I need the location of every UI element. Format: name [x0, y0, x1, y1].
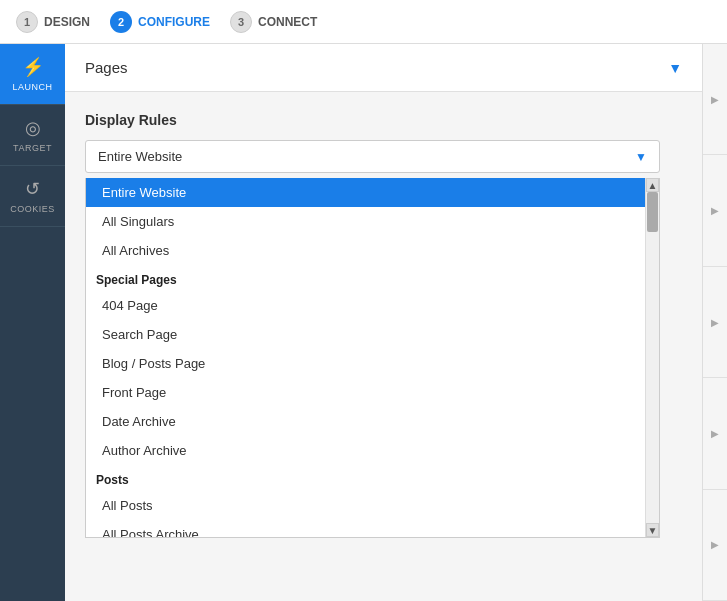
display-rules-label: Display Rules [85, 112, 682, 128]
sidebar-launch-label: LAUNCH [12, 82, 52, 92]
step-1-circle: 1 [16, 11, 38, 33]
right-arrow-2[interactable]: ▶ [703, 155, 727, 266]
right-arrow-5[interactable]: ▶ [703, 490, 727, 601]
dropdown-group-posts: Posts [86, 465, 645, 491]
step-3-label: CONNECT [258, 15, 317, 29]
display-rules-dropdown-trigger[interactable]: Entire Website ▼ [85, 140, 660, 173]
dropdown-group-special-pages: Special Pages [86, 265, 645, 291]
dropdown-item-all-archives[interactable]: All Archives [86, 236, 645, 265]
dropdown-item-all-posts-archive[interactable]: All Posts Archive [86, 520, 645, 537]
target-icon: ◎ [25, 117, 41, 139]
step-1-label: DESIGN [44, 15, 90, 29]
step-2-configure[interactable]: 2 CONFIGURE [110, 11, 210, 33]
step-1-design[interactable]: 1 DESIGN [16, 11, 90, 33]
pages-title: Pages [85, 59, 128, 76]
dropdown-item-all-posts[interactable]: All Posts [86, 491, 645, 520]
dropdown-selected-value: Entire Website [98, 149, 182, 164]
dropdown-item-search-page[interactable]: Search Page [86, 320, 645, 349]
sidebar-item-target[interactable]: ◎ TARGET [0, 105, 65, 166]
sidebar: ⚡ LAUNCH ◎ TARGET ↺ COOKIES [0, 44, 65, 601]
dropdown-list-inner[interactable]: Entire WebsiteAll SingularsAll ArchivesS… [86, 178, 645, 537]
right-side-panel: ▶ ▶ ▶ ▶ ▶ [702, 44, 727, 601]
sidebar-item-launch[interactable]: ⚡ LAUNCH [0, 44, 65, 105]
step-3-circle: 3 [230, 11, 252, 33]
pages-header: Pages ▼ [65, 44, 702, 92]
launch-icon: ⚡ [22, 56, 44, 78]
right-arrow-1[interactable]: ▶ [703, 44, 727, 155]
dropdown-list: Entire WebsiteAll SingularsAll ArchivesS… [85, 178, 660, 538]
pages-chevron-icon[interactable]: ▼ [668, 60, 682, 76]
dropdown-item-front-page[interactable]: Front Page [86, 378, 645, 407]
dropdown-item-all-singulars[interactable]: All Singulars [86, 207, 645, 236]
right-arrow-3[interactable]: ▶ [703, 267, 727, 378]
content-area: Pages ▼ Display Rules Entire Website ▼ E… [65, 44, 702, 601]
dropdown-item-date-archive[interactable]: Date Archive [86, 407, 645, 436]
dropdown-item-entire-website[interactable]: Entire Website [86, 178, 645, 207]
scrollbar-thumb[interactable] [647, 192, 658, 232]
top-navigation: 1 DESIGN 2 CONFIGURE 3 CONNECT [0, 0, 727, 44]
dropdown-item-blog-posts-page[interactable]: Blog / Posts Page [86, 349, 645, 378]
dropdown-item-404-page[interactable]: 404 Page [86, 291, 645, 320]
sidebar-item-cookies[interactable]: ↺ COOKIES [0, 166, 65, 227]
display-rules-section: Display Rules Entire Website ▼ Entire We… [65, 92, 702, 193]
sidebar-target-label: TARGET [13, 143, 52, 153]
step-2-label: CONFIGURE [138, 15, 210, 29]
display-rules-dropdown-container: Entire Website ▼ Entire WebsiteAll Singu… [85, 140, 682, 173]
scrollbar-up-arrow[interactable]: ▲ [646, 178, 659, 192]
scrollbar-down-arrow[interactable]: ▼ [646, 523, 659, 537]
step-2-circle: 2 [110, 11, 132, 33]
scrollbar-track [646, 192, 659, 523]
step-3-connect[interactable]: 3 CONNECT [230, 11, 317, 33]
dropdown-arrow-icon: ▼ [635, 150, 647, 164]
dropdown-item-author-archive[interactable]: Author Archive [86, 436, 645, 465]
sidebar-cookies-label: COOKIES [10, 204, 55, 214]
cookies-icon: ↺ [25, 178, 40, 200]
right-arrow-4[interactable]: ▶ [703, 378, 727, 489]
dropdown-scrollbar[interactable]: ▲ ▼ [645, 178, 659, 537]
